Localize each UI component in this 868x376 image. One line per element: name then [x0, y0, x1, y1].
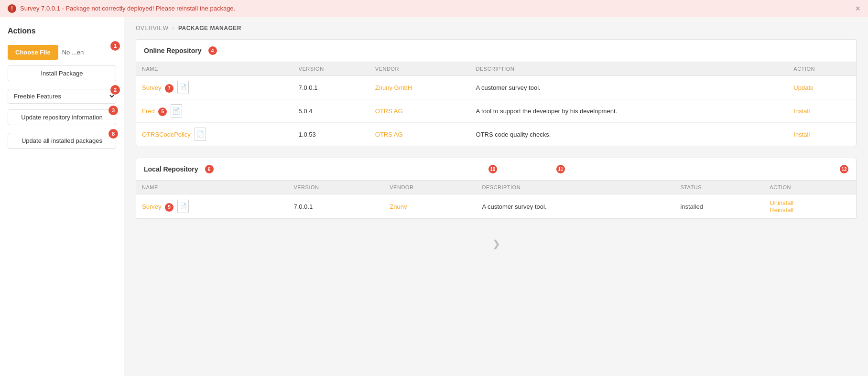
update-repo-button[interactable]: Update repository information	[8, 109, 116, 125]
sidebar: Actions Choose File No ...en 1 Install P…	[0, 17, 124, 376]
repository-dropdown[interactable]: Freebie Features	[8, 89, 116, 104]
badge-11: 11	[556, 165, 565, 173]
local-col-name: NAME	[136, 181, 288, 194]
local-row-desc-cell: A customer survey tool.	[476, 194, 674, 219]
badge-3: 3	[108, 106, 118, 115]
alert-message-container: ! Survey 7.0.0.1 - Package not correctly…	[8, 4, 235, 13]
breadcrumb-separator: ›	[172, 25, 174, 32]
badge-6: 6	[205, 165, 214, 173]
main-layout: Actions Choose File No ...en 1 Install P…	[0, 17, 868, 376]
badge-7: 7	[165, 84, 174, 93]
online-col-vendor: VENDOR	[369, 62, 470, 76]
breadcrumb: OVERVIEW › PACKAGE MANAGER	[136, 25, 857, 32]
online-repository-section: Online Repository 4 NAME VERSION VENDOR …	[136, 39, 857, 146]
online-action-link[interactable]: Update	[793, 84, 814, 91]
breadcrumb-overview[interactable]: OVERVIEW	[136, 25, 168, 32]
online-row-desc-cell: A tool to support the developer by his d…	[470, 99, 788, 123]
online-row-action-cell: Update	[788, 76, 856, 99]
badge-12: 12	[840, 165, 848, 173]
badge-4: 4	[208, 46, 217, 55]
online-row-desc-cell: OTRS code quality checks.	[470, 123, 788, 146]
choose-file-button[interactable]: Choose File	[8, 45, 58, 60]
local-col-action: ACTION	[764, 181, 856, 194]
alert-icon: !	[8, 4, 16, 13]
online-pkg-name-link[interactable]: Fred	[142, 107, 155, 115]
local-row-action-cell: Uninstall Reinstall	[764, 194, 856, 219]
breadcrumb-current: PACKAGE MANAGER	[178, 25, 241, 32]
online-pkg-name-link[interactable]: OTRSCodePolicy	[142, 131, 191, 138]
local-col-description: DESCRIPTION	[476, 181, 674, 194]
alert-message: Survey 7.0.0.1 - Package not correctly d…	[20, 5, 235, 12]
local-vendor-link[interactable]: Znuny	[390, 203, 407, 210]
online-row-desc-cell: A customer survey tool.	[470, 76, 788, 99]
badge-1: 1	[110, 41, 120, 51]
uninstall-link[interactable]: Uninstall	[770, 199, 793, 206]
badge-10: 10	[488, 165, 497, 173]
local-repo-header: Local Repository 6 10 11 12	[136, 158, 856, 181]
badge-2: 2	[110, 85, 120, 95]
local-col-status: STATUS	[674, 181, 764, 194]
local-repo-table: NAME VERSION VENDOR DESCRIPTION STATUS A…	[136, 181, 856, 218]
alert-bar: ! Survey 7.0.0.1 - Package not correctly…	[0, 0, 868, 17]
online-row-version-cell: 5.0.4	[293, 99, 369, 123]
doc-icon: 📄	[177, 200, 189, 213]
online-row-vendor-cell: OTRS AG	[369, 99, 470, 123]
online-repo-table: NAME VERSION VENDOR DESCRIPTION ACTION S…	[136, 62, 856, 146]
online-row-name-cell: OTRSCodePolicy 📄	[136, 123, 293, 146]
online-vendor-link[interactable]: OTRS AG	[375, 131, 403, 138]
local-col-version: VERSION	[288, 181, 384, 194]
online-col-action: ACTION	[788, 62, 856, 76]
online-col-name: NAME	[136, 62, 293, 76]
file-name-display: No ...en	[62, 49, 84, 56]
sidebar-title: Actions	[8, 27, 116, 35]
local-repository-section: Local Repository 6 10 11 12 NAME VERSION…	[136, 158, 857, 219]
local-table-row: Survey 9 📄 7.0.0.1 Znuny A customer surv…	[136, 194, 856, 219]
online-table-header-row: NAME VERSION VENDOR DESCRIPTION ACTION	[136, 62, 856, 76]
alert-close-button[interactable]: ×	[855, 4, 860, 13]
badge-5: 5	[158, 107, 167, 116]
local-repo-title: Local Repository	[144, 165, 198, 173]
online-repo-title: Online Repository	[144, 47, 202, 54]
doc-icon: 📄	[195, 128, 206, 141]
online-action-link[interactable]: Install	[793, 107, 810, 115]
online-table-row: Survey 7 📄 7.0.0.1 Znuny GmbH A customer…	[136, 76, 856, 99]
doc-icon: 📄	[177, 81, 189, 94]
local-row-name-cell: Survey 9 📄	[136, 194, 288, 219]
online-row-action-cell: Install	[788, 99, 856, 123]
badge-8: 8	[108, 129, 118, 139]
local-col-vendor: VENDOR	[384, 181, 476, 194]
badge-9: 9	[165, 203, 174, 212]
install-package-button[interactable]: Install Package	[8, 65, 116, 81]
status-badge: installed	[680, 203, 703, 210]
online-row-name-cell: Fred 5 📄	[136, 99, 293, 123]
online-row-vendor-cell: Znuny GmbH	[369, 76, 470, 99]
online-repo-header: Online Repository 4	[136, 40, 856, 62]
online-row-action-cell: Install	[788, 123, 856, 146]
scroll-arrow: ❯	[136, 230, 857, 257]
local-row-version-cell: 7.0.0.1	[288, 194, 384, 219]
online-vendor-link[interactable]: Znuny GmbH	[375, 84, 412, 91]
local-table-header-row: NAME VERSION VENDOR DESCRIPTION STATUS A…	[136, 181, 856, 194]
online-row-version-cell: 1.0.53	[293, 123, 369, 146]
online-vendor-link[interactable]: OTRS AG	[375, 107, 403, 115]
local-row-status-cell: installed	[674, 194, 764, 219]
doc-icon: 📄	[171, 104, 182, 118]
local-row-vendor-cell: Znuny	[384, 194, 476, 219]
local-pkg-name-link[interactable]: Survey	[142, 203, 161, 210]
online-table-row: OTRSCodePolicy 📄 1.0.53 OTRS AG OTRS cod…	[136, 123, 856, 146]
online-table-row: Fred 5 📄 5.0.4 OTRS AG A tool to support…	[136, 99, 856, 123]
update-all-button[interactable]: Update all installed packages	[8, 133, 116, 149]
online-row-version-cell: 7.0.0.1	[293, 76, 369, 99]
file-upload-row: Choose File No ...en 1	[8, 45, 116, 60]
reinstall-link[interactable]: Reinstall	[770, 206, 793, 214]
online-row-vendor-cell: OTRS AG	[369, 123, 470, 146]
online-col-description: DESCRIPTION	[470, 62, 788, 76]
online-action-link[interactable]: Install	[793, 131, 810, 138]
main-content: OVERVIEW › PACKAGE MANAGER Online Reposi…	[124, 17, 868, 376]
dropdown-row: Freebie Features 2	[8, 89, 116, 104]
online-pkg-name-link[interactable]: Survey	[142, 84, 161, 91]
online-col-version: VERSION	[293, 62, 369, 76]
online-row-name-cell: Survey 7 📄	[136, 76, 293, 99]
